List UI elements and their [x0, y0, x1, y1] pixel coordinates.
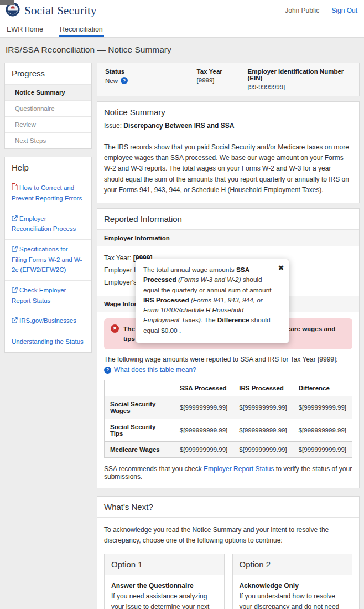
notice-summary-body: The IRS records show that you paid Socia… [97, 136, 359, 203]
sidebar: Progress Notice Summary Questionnaire Re… [4, 63, 92, 353]
what-does-table-mean-link[interactable]: ? What does this table mean? [104, 366, 352, 374]
status-label: Status [105, 68, 197, 75]
option-1-text: If you need assistance analyzing your is… [111, 591, 217, 609]
following-line: The following wage amounts were reported… [104, 355, 352, 363]
progress-item-review: Review [5, 116, 91, 132]
option-2-card: Option 2 Acknowledge Only If you underst… [232, 554, 353, 609]
what-link-label: What does this table mean? [114, 366, 196, 374]
help-link-irs-businesses[interactable]: IRS.gov/Businesses [5, 311, 91, 332]
notice-summary-panel: Notice Summary Issue: Discrepancy Betwee… [97, 101, 360, 203]
tax-year-label: Tax Year [197, 68, 248, 75]
progress-item-notice-summary[interactable]: Notice Summary [5, 84, 91, 100]
progress-item-questionnaire: Questionnaire [5, 100, 91, 116]
tab-ewr-home[interactable]: EWR Home [6, 22, 44, 37]
sign-out-link[interactable]: Sign Out [331, 7, 357, 14]
app-header: Social Security John Public Sign Out [0, 0, 364, 21]
wage-table-header-row: SSA Processed IRS Processed Difference [105, 380, 352, 396]
help-panel: Help How to Correct and Prevent Reportin… [4, 157, 92, 353]
error-icon: ✕ [111, 324, 119, 333]
external-link-icon [12, 317, 18, 327]
progress-panel: Progress Notice Summary Questionnaire Re… [4, 63, 92, 149]
status-panel: Status New? Tax Year [9999] Employer Ide… [97, 63, 360, 96]
question-circle-icon: ? [104, 367, 111, 374]
tab-reconciliation[interactable]: Reconciliation [59, 22, 104, 37]
option-1-card: Option 1 Answer the Questionnaire If you… [104, 554, 225, 609]
issue-line: Issue: Discrepancy Between IRS and SSA [97, 121, 359, 136]
help-title: Help [5, 157, 91, 178]
pdf-icon [12, 183, 18, 194]
page-title: IRS/SSA Reconciliation — Notice Summary [0, 38, 364, 61]
help-link-understanding-status[interactable]: Understanding the Status [5, 332, 91, 352]
ein-value: [99-9999999] [248, 84, 351, 90]
table-row: Social Security Wages $[999999999.99] $[… [105, 396, 352, 419]
user-name: John Public [285, 7, 319, 14]
wage-info-popover: ✖ The total annual wage amounts SSA Proc… [136, 259, 289, 343]
help-link-check-report-status[interactable]: Check Employer Report Status [5, 280, 91, 311]
browser-artifact [0, 0, 14, 5]
status-value: New [105, 78, 118, 84]
option-2-title: Acknowledge Only [240, 582, 346, 590]
table-row: Medicare Wages $[999999999.99] $[9999999… [105, 442, 352, 458]
employer-information-band: Employer Information [97, 230, 359, 246]
help-link-label: Specifications for Filing Forms W-2 and … [12, 246, 82, 273]
col-difference: Difference [293, 380, 352, 396]
option-1-title: Answer the Questionnaire [111, 582, 217, 590]
col-irs-processed: IRS Processed [233, 380, 293, 396]
progress-item-next-steps: Next Steps [5, 132, 91, 148]
option-2-header: Option 2 [233, 554, 352, 575]
progress-title: Progress [5, 63, 91, 84]
brand-title: Social Security [24, 4, 97, 18]
brand: Social Security [6, 2, 97, 19]
external-link-icon [12, 215, 18, 225]
option-1-header: Option 1 [105, 554, 224, 575]
help-link-correct-errors[interactable]: How to Correct and Prevent Reporting Err… [5, 178, 91, 209]
issue-value: Discrepancy Between IRS and SSA [123, 122, 234, 130]
whats-next-panel: What's Next? To acknowledge you read the… [97, 496, 360, 609]
table-row: Social Security Tips $[999999999.99] $[9… [105, 419, 352, 442]
external-link-icon [12, 286, 18, 296]
employer-report-status-link[interactable]: Employer Report Status [204, 465, 274, 473]
help-link-label: How to Correct and Prevent Reporting Err… [12, 184, 82, 202]
whats-next-intro: To acknowledge you read the Notice Summa… [104, 525, 352, 546]
help-link-label: Check Employer Report Status [12, 287, 66, 304]
recommend-line: SSA recommends that you check Employer R… [104, 465, 352, 481]
col-ssa-processed: SSA Processed [174, 380, 233, 396]
ein-label: Employer Identification Number (EIN) [248, 68, 351, 81]
external-link-icon [12, 245, 18, 255]
close-icon[interactable]: ✖ [278, 263, 284, 273]
help-link-label: IRS.gov/Businesses [19, 317, 76, 324]
help-link-label: Understanding the Status [12, 338, 84, 345]
notice-summary-title: Notice Summary [97, 102, 359, 121]
col-blank [105, 380, 174, 396]
reported-information-title: Reported Information [97, 209, 359, 230]
help-link-efw2-specs[interactable]: Specifications for Filing Forms W-2 and … [5, 239, 91, 280]
status-help-icon[interactable]: ? [121, 77, 128, 84]
help-link-reconciliation-process[interactable]: Employer Reconciliation Process [5, 209, 91, 240]
option-2-text: If you understand how to resolve your di… [240, 591, 346, 609]
tax-year-value: [9999] [197, 77, 248, 84]
primary-nav: EWR Home Reconciliation [0, 21, 364, 38]
reported-information-panel: Reported Information Employer Informatio… [97, 208, 360, 488]
whats-next-title: What's Next? [97, 497, 359, 518]
help-link-label: Employer Reconciliation Process [12, 215, 76, 233]
wage-table: SSA Processed IRS Processed Difference S… [104, 380, 352, 458]
